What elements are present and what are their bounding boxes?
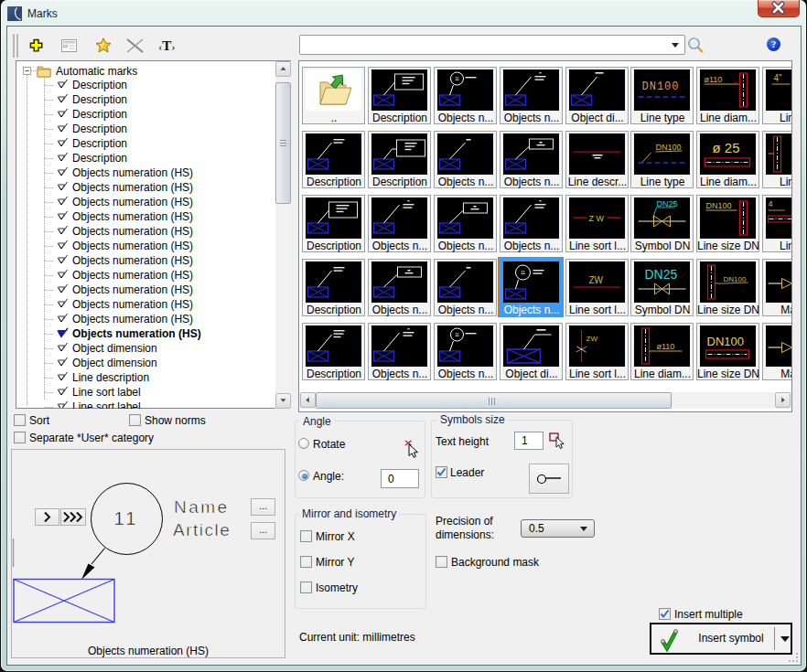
svg-text:ZW: ZW [589,275,604,285]
svg-text:4”: 4” [774,73,782,83]
svg-text:Z W: Z W [589,214,605,223]
svg-text:DN100: DN100 [706,201,732,210]
svg-text:11: 11 [455,77,459,81]
svg-text:DN25: DN25 [645,267,678,282]
svg-text:ø110: ø110 [705,75,723,84]
svg-text:4: 4 [769,199,773,208]
svg-text:Article: Article [173,520,231,539]
svg-text:ø110: ø110 [657,342,675,351]
svg-text:11: 11 [455,333,459,337]
svg-text:DN100: DN100 [707,335,744,348]
svg-text:ZW: ZW [586,335,598,343]
svg-text:11: 11 [114,508,139,528]
svg-text:DN100: DN100 [724,275,747,283]
svg-text:11: 11 [521,270,525,275]
svg-text:ø 25: ø 25 [713,140,740,155]
svg-text:DN100: DN100 [642,80,680,93]
svg-text:DN100: DN100 [656,143,682,152]
svg-text:Name: Name [174,497,230,517]
svg-text:DN25: DN25 [657,199,678,208]
